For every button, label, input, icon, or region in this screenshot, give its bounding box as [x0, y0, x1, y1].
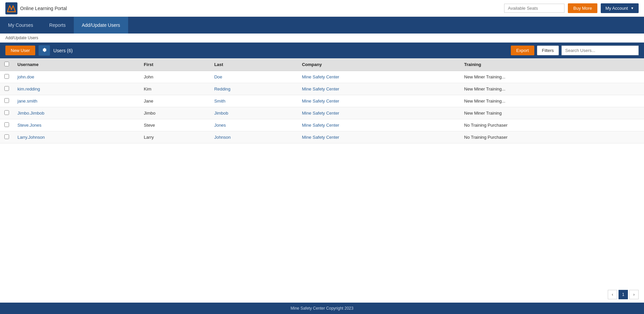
- header-username: Username: [13, 58, 140, 71]
- toolbar: New User Users (6) Export Filters: [0, 43, 644, 58]
- row-last[interactable]: Jones: [210, 119, 298, 131]
- new-user-button[interactable]: New User: [5, 46, 35, 55]
- pagination: ‹ 1 ›: [0, 287, 644, 303]
- gear-button[interactable]: [39, 45, 50, 56]
- row-last[interactable]: Jimbob: [210, 107, 298, 119]
- row-username[interactable]: john.doe: [13, 71, 140, 83]
- row-checkbox[interactable]: [0, 131, 13, 143]
- row-username[interactable]: Larry.Johnson: [13, 131, 140, 143]
- buy-more-button[interactable]: Buy More: [568, 3, 597, 13]
- row-first: Larry: [140, 131, 210, 143]
- row-training: New Miner Training...: [460, 95, 644, 107]
- table-row[interactable]: jane.smith Jane Smith Mine Safety Center…: [0, 95, 644, 107]
- row-company[interactable]: Mine Safety Center: [298, 95, 460, 107]
- row-first: Jimbo: [140, 107, 210, 119]
- table-row[interactable]: Jimbo.Jimbob Jimbo Jimbob Mine Safety Ce…: [0, 107, 644, 119]
- row-checkbox[interactable]: [0, 119, 13, 131]
- row-first: Kim: [140, 83, 210, 95]
- row-select-checkbox[interactable]: [4, 86, 9, 91]
- breadcrumb: Add/Update Users: [0, 34, 644, 43]
- my-account-caret: ▼: [631, 6, 634, 10]
- header-company: Company: [298, 58, 460, 71]
- users-count: Users (6): [53, 48, 507, 53]
- app-title: Online Learning Portal: [20, 6, 67, 11]
- row-select-checkbox[interactable]: [4, 74, 9, 79]
- header-training: Training: [460, 58, 644, 71]
- table-row[interactable]: kim.redding Kim Redding Mine Safety Cent…: [0, 83, 644, 95]
- table-header-row: Username First Last Company Training: [0, 58, 644, 71]
- row-company[interactable]: Mine Safety Center: [298, 119, 460, 131]
- row-username[interactable]: Jimbo.Jimbob: [13, 107, 140, 119]
- nav-item-my-courses[interactable]: My Courses: [0, 17, 41, 34]
- row-training: New Miner Training...: [460, 71, 644, 83]
- gear-icon: [42, 48, 47, 52]
- footer: Mine Safety Center Copyright 2023: [0, 303, 644, 314]
- row-company[interactable]: Mine Safety Center: [298, 131, 460, 143]
- page-1-button[interactable]: 1: [619, 290, 628, 299]
- table-row[interactable]: Larry.Johnson Larry Johnson Mine Safety …: [0, 131, 644, 143]
- row-username[interactable]: jane.smith: [13, 95, 140, 107]
- row-checkbox[interactable]: [0, 95, 13, 107]
- prev-page-button[interactable]: ‹: [608, 290, 617, 299]
- nav-item-add-update-users[interactable]: Add/Update Users: [74, 17, 128, 34]
- svg-rect-0: [5, 2, 17, 14]
- row-training: New Miner Training: [460, 107, 644, 119]
- row-company[interactable]: Mine Safety Center: [298, 83, 460, 95]
- row-training: New Miner Training...: [460, 83, 644, 95]
- top-bar-right: Buy More My Account ▼: [504, 3, 639, 13]
- row-last[interactable]: Johnson: [210, 131, 298, 143]
- row-select-checkbox[interactable]: [4, 98, 9, 103]
- nav-item-reports[interactable]: Reports: [41, 17, 74, 34]
- row-last[interactable]: Redding: [210, 83, 298, 95]
- select-all-checkbox[interactable]: [4, 62, 9, 66]
- row-select-checkbox[interactable]: [4, 134, 9, 139]
- table-row[interactable]: Steve.Jones Steve Jones Mine Safety Cent…: [0, 119, 644, 131]
- toolbar-right: Export Filters: [511, 46, 639, 55]
- row-first: Steve: [140, 119, 210, 131]
- row-company[interactable]: Mine Safety Center: [298, 107, 460, 119]
- row-company[interactable]: Mine Safety Center: [298, 71, 460, 83]
- row-first: Jane: [140, 95, 210, 107]
- export-button[interactable]: Export: [511, 46, 534, 55]
- filters-button[interactable]: Filters: [537, 46, 559, 55]
- header-checkbox[interactable]: [0, 58, 13, 71]
- table-row[interactable]: john.doe John Doe Mine Safety Center New…: [0, 71, 644, 83]
- header-first: First: [140, 58, 210, 71]
- users-table: Username First Last Company Training joh…: [0, 58, 644, 143]
- nav-bar: My Courses Reports Add/Update Users: [0, 17, 644, 34]
- row-select-checkbox[interactable]: [4, 122, 9, 127]
- next-page-button[interactable]: ›: [629, 290, 639, 299]
- row-select-checkbox[interactable]: [4, 110, 9, 115]
- row-first: John: [140, 71, 210, 83]
- header-last: Last: [210, 58, 298, 71]
- row-username[interactable]: Steve.Jones: [13, 119, 140, 131]
- row-last[interactable]: Smith: [210, 95, 298, 107]
- msc-logo: [5, 2, 17, 14]
- row-last[interactable]: Doe: [210, 71, 298, 83]
- row-training: No Training Purchaser: [460, 131, 644, 143]
- row-username[interactable]: kim.redding: [13, 83, 140, 95]
- search-users-input[interactable]: [561, 46, 639, 55]
- available-seats-input[interactable]: [504, 4, 565, 13]
- top-bar: Online Learning Portal Buy More My Accou…: [0, 0, 644, 17]
- row-checkbox[interactable]: [0, 107, 13, 119]
- row-checkbox[interactable]: [0, 83, 13, 95]
- table-container: Username First Last Company Training joh…: [0, 58, 644, 287]
- my-account-button[interactable]: My Account ▼: [601, 3, 639, 13]
- row-training: No Training Purchaser: [460, 119, 644, 131]
- footer-text: Mine Safety Center Copyright 2023: [290, 306, 353, 311]
- row-checkbox[interactable]: [0, 71, 13, 83]
- logo-area: Online Learning Portal: [5, 2, 67, 14]
